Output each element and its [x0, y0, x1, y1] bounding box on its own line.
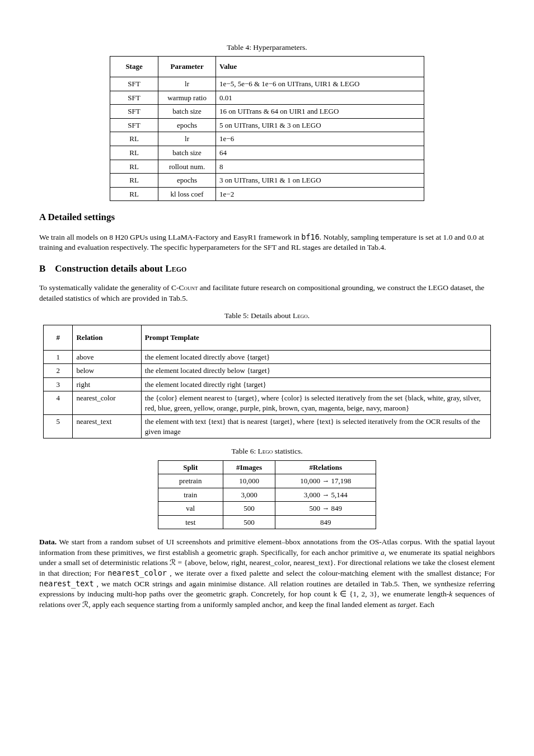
t4r6c0: RL — [110, 160, 158, 174]
t5r4c1: nearest_text — [73, 415, 141, 438]
table5-caption-sc: ego — [297, 311, 308, 320]
t4r5c1: batch size — [158, 146, 216, 160]
data-lead: Data. — [39, 538, 57, 546]
t5r3c2: the {color} element nearest to {target},… — [141, 391, 490, 415]
section-a-title: A Detailed settings — [39, 211, 495, 224]
t5r4c2: the element with text {text} that is nea… — [141, 415, 490, 438]
t4r6c2: 8 — [216, 160, 424, 174]
dp-eq: = — [176, 558, 184, 567]
t5r3c0: 4 — [44, 391, 73, 415]
secA-p1: We train all models on 8 H20 GPUs using … — [39, 233, 299, 241]
t4-h3: Value — [216, 57, 424, 77]
dp6: , we enumerate length- — [377, 590, 449, 598]
t4r5c0: RL — [110, 146, 158, 160]
t5r1c0: 2 — [44, 364, 73, 378]
table5-caption-txt: Details about L — [249, 311, 298, 320]
dp-hopk: k ∈ {1, 2, 3} — [334, 590, 377, 598]
dp8: , apply each sequence starting from a un… — [88, 600, 397, 609]
t6r0c0: pretrain — [158, 474, 223, 488]
t4-h2: Parameter — [158, 57, 216, 77]
secB-num: B — [39, 263, 45, 274]
t5r0c0: 1 — [44, 350, 73, 364]
t4r8c1: kl loss coef — [158, 187, 216, 201]
t6r2c1: 500 — [223, 502, 275, 516]
t5r2c0: 3 — [44, 377, 73, 391]
t6-h1: Split — [158, 460, 223, 474]
dp4: , we iterate over a fixed palette and se… — [167, 569, 495, 577]
t5r1c2: the element located directly below {targ… — [141, 364, 490, 378]
secA-bf16: bf16 — [301, 232, 320, 241]
t4r0c1: lr — [158, 77, 216, 91]
t6r1c2: 3,000 → 5,144 — [275, 488, 376, 502]
dp-nc: nearest_color — [107, 568, 167, 577]
t4r5c2: 64 — [216, 146, 424, 160]
t4r7c0: RL — [110, 174, 158, 188]
t4r3c0: SFT — [110, 118, 158, 132]
secB-sc2: ount — [184, 283, 198, 292]
dp9: . Each — [415, 600, 434, 609]
t4r2c2: 16 on UITrans & 64 on UIR1 and LEGO — [216, 105, 424, 119]
table6-caption-txt: L — [256, 447, 263, 455]
t4r3c1: epochs — [158, 118, 216, 132]
dp-nt: nearest_text — [39, 579, 94, 588]
table-lego-relations: # Relation Prompt Template 1abovethe ele… — [43, 325, 491, 439]
t4-h1: Stage — [110, 57, 158, 77]
section-b-paragraph: To systematically validate the generalit… — [39, 283, 495, 303]
secB-t: Construction details about L — [55, 263, 171, 274]
t6-h3: #Relations — [275, 460, 376, 474]
t4r1c2: 0.01 — [216, 91, 424, 105]
table-lego-stats: Split #Images #Relations pretrain10,0001… — [158, 460, 376, 530]
table4-caption-text: Hyperparameters. — [253, 43, 307, 52]
table6-caption-label: Table 6: — [231, 447, 256, 455]
t4r4c2: 1e−6 — [216, 132, 424, 146]
dp-set: {above, below, right, nearest_color, nea… — [184, 558, 334, 567]
table6-caption-sc: ego — [263, 447, 273, 455]
t6r3c1: 500 — [223, 515, 275, 529]
data-paragraph: Data. We start from a random subset of U… — [39, 537, 495, 610]
t6r2c0: val — [158, 502, 223, 516]
t5-h3: Prompt Template — [141, 325, 490, 350]
secB-sc: ego — [172, 263, 187, 274]
t5r0c1: above — [73, 350, 141, 364]
table4-caption-label: Table 4: — [227, 43, 251, 52]
t6r3c2: 849 — [275, 515, 376, 529]
t5r0c2: the element located directly above {targ… — [141, 350, 490, 364]
t6r0c1: 10,000 — [223, 474, 275, 488]
t6r2c2: 500 → 849 — [275, 502, 376, 516]
table5-caption-label: Table 5: — [224, 311, 249, 320]
t6r0c2: 10,000 → 17,198 — [275, 474, 376, 488]
dp-anchor: a — [381, 548, 385, 557]
secB-p1: To systematically validate the generalit… — [39, 283, 184, 292]
t4r8c2: 1e−2 — [216, 187, 424, 201]
t5r1c1: below — [73, 364, 141, 378]
t5r2c1: right — [73, 377, 141, 391]
t5-h2: Relation — [73, 325, 141, 350]
t4r0c2: 1e−5, 5e−6 & 1e−6 on UITrans, UIR1 & LEG… — [216, 77, 424, 91]
section-b-title: B Construction details about Lego — [39, 263, 495, 276]
t4r1c1: warmup ratio — [158, 91, 216, 105]
t5-h1: # — [44, 325, 73, 350]
t6r1c0: train — [158, 488, 223, 502]
dp-tgt: target — [398, 600, 416, 609]
t4r2c1: batch size — [158, 105, 216, 119]
t5r3c1: nearest_color — [73, 391, 141, 415]
t6r1c1: 3,000 — [223, 488, 275, 502]
t4r1c0: SFT — [110, 91, 158, 105]
t6r3c0: test — [158, 515, 223, 529]
table-hyperparameters: Stage Parameter Value SFTlr1e−5, 5e−6 & … — [110, 56, 424, 201]
t4r6c1: rollout num. — [158, 160, 216, 174]
t5r4c0: 5 — [44, 415, 73, 438]
t4r2c0: SFT — [110, 105, 158, 119]
table5-caption-dot: . — [308, 311, 310, 320]
t4r8c0: RL — [110, 187, 158, 201]
t6-h2: #Images — [223, 460, 275, 474]
t5r2c2: the element located directly right {targ… — [141, 377, 490, 391]
section-a-paragraph: We train all models on 8 H20 GPUs using … — [39, 232, 495, 253]
t4r7c1: epochs — [158, 174, 216, 188]
t4r4c1: lr — [158, 132, 216, 146]
t4r4c0: RL — [110, 132, 158, 146]
t4r7c2: 3 on UITrans, UIR1 & 1 on LEGO — [216, 174, 424, 188]
t4r3c2: 5 on UITrans, UIR1 & 3 on LEGO — [216, 118, 424, 132]
t4r0c0: SFT — [110, 77, 158, 91]
table6-caption-post: statistics. — [273, 447, 302, 455]
